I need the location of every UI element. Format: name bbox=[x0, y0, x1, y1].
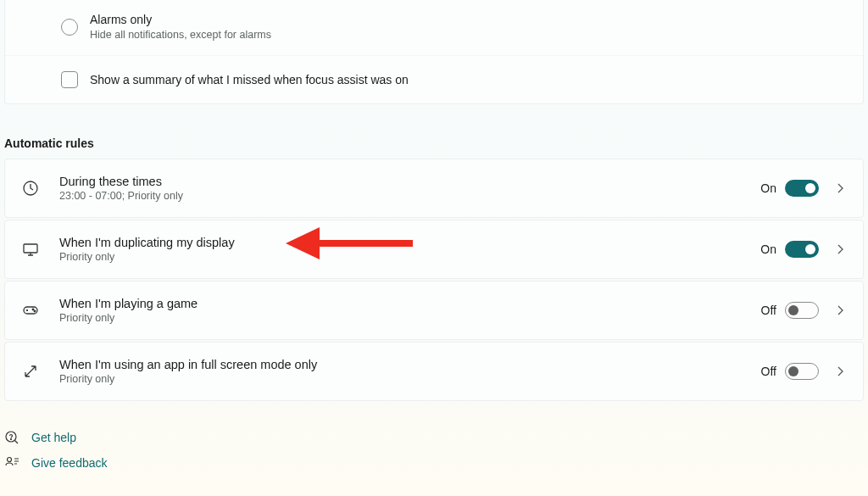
chevron-right-icon[interactable] bbox=[834, 365, 846, 377]
rule-text: During these times 23:00 - 07:00; Priori… bbox=[59, 175, 760, 202]
arrows-expand-icon bbox=[22, 363, 39, 380]
rule-fullscreen-panel[interactable]: When I'm using an app in full screen mod… bbox=[4, 342, 864, 401]
monitor-icon bbox=[22, 241, 39, 258]
rule-text: When I'm using an app in full screen mod… bbox=[59, 358, 761, 385]
rule-duplicating-state-label: On bbox=[760, 242, 776, 256]
rule-text: When I'm playing a game Priority only bbox=[59, 297, 761, 324]
checkbox-unchecked-icon[interactable] bbox=[61, 71, 78, 88]
rule-duplicating-subtitle: Priority only bbox=[59, 251, 760, 263]
svg-rect-1 bbox=[24, 244, 37, 253]
option-text: Show a summary of what I missed when foc… bbox=[90, 72, 848, 87]
rule-duplicating-title: When I'm duplicating my display bbox=[59, 236, 760, 249]
rule-gaming-title: When I'm playing a game bbox=[59, 297, 761, 310]
feedback-icon bbox=[4, 455, 19, 471]
radio-unchecked-icon[interactable] bbox=[61, 19, 78, 36]
gamepad-icon bbox=[22, 302, 39, 319]
chevron-right-icon[interactable] bbox=[834, 243, 846, 255]
option-show-summary-row[interactable]: Show a summary of what I missed when foc… bbox=[5, 56, 863, 103]
rule-during-times-title: During these times bbox=[59, 175, 760, 188]
svg-point-5 bbox=[6, 432, 16, 442]
rule-during-times-panel[interactable]: During these times 23:00 - 07:00; Priori… bbox=[4, 159, 864, 218]
option-alarms-only-row[interactable]: Alarms only Hide all notifications, exce… bbox=[5, 0, 863, 56]
rule-gaming-state-label: Off bbox=[761, 304, 776, 317]
option-alarms-only-title: Alarms only bbox=[90, 12, 848, 27]
help-icon bbox=[4, 430, 19, 445]
give-feedback-text: Give feedback bbox=[31, 456, 108, 470]
rule-duplicating-panel[interactable]: When I'm duplicating my display Priority… bbox=[4, 220, 864, 279]
rule-gaming-toggle[interactable] bbox=[785, 302, 819, 319]
rule-during-times-toggle[interactable] bbox=[785, 180, 819, 197]
rule-fullscreen-subtitle: Priority only bbox=[59, 373, 761, 385]
clock-icon bbox=[22, 180, 39, 197]
footer-links: Get help Give feedback bbox=[4, 425, 864, 476]
rule-gaming-subtitle: Priority only bbox=[59, 312, 761, 324]
rule-during-times-subtitle: 23:00 - 07:00; Priority only bbox=[59, 190, 760, 202]
rule-during-times-state-label: On bbox=[760, 181, 776, 195]
section-heading-automatic-rules: Automatic rules bbox=[4, 137, 864, 150]
rule-fullscreen-state-label: Off bbox=[761, 365, 776, 378]
rule-fullscreen-toggle[interactable] bbox=[785, 363, 819, 380]
rule-duplicating-toggle[interactable] bbox=[785, 241, 819, 258]
rule-gaming-panel[interactable]: When I'm playing a game Priority only Of… bbox=[4, 281, 864, 340]
option-alarms-only-subtitle: Hide all notifications, except for alarm… bbox=[90, 28, 848, 43]
get-help-link[interactable]: Get help bbox=[4, 425, 864, 450]
get-help-text: Get help bbox=[31, 431, 76, 444]
chevron-right-icon[interactable] bbox=[834, 304, 846, 316]
svg-point-7 bbox=[8, 457, 12, 461]
give-feedback-link[interactable]: Give feedback bbox=[4, 450, 864, 476]
svg-point-4 bbox=[34, 310, 36, 312]
svg-point-3 bbox=[32, 309, 34, 310]
rule-text: When I'm duplicating my display Priority… bbox=[59, 236, 760, 263]
svg-point-6 bbox=[11, 438, 12, 439]
chevron-right-icon[interactable] bbox=[834, 182, 846, 194]
option-show-summary-label: Show a summary of what I missed when foc… bbox=[90, 72, 848, 87]
rule-fullscreen-title: When I'm using an app in full screen mod… bbox=[59, 358, 761, 371]
focus-assist-options-panel: Alarms only Hide all notifications, exce… bbox=[4, 0, 864, 104]
option-text: Alarms only Hide all notifications, exce… bbox=[90, 12, 848, 43]
